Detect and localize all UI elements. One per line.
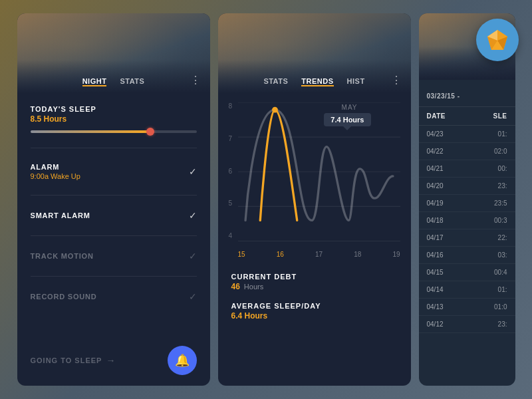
alarm-sub: 9:00a Wake Up: [31, 172, 80, 180]
sleep-slider[interactable]: [31, 130, 197, 133]
divider-4: [31, 276, 197, 277]
tab-hist[interactable]: HIST: [347, 77, 365, 86]
hist-val-0: 01:: [498, 130, 507, 138]
history-rows: 04/2301:04/2202:004/2100:04/2023:04/1923…: [419, 126, 515, 333]
hist-val-7: 03:: [498, 251, 507, 259]
history-row-3: 04/2023:: [419, 178, 515, 195]
track-motion-label: TRACK MOTION: [31, 252, 94, 260]
sleep-slider-fill: [31, 130, 150, 133]
hist-date-4: 04/19: [427, 200, 444, 207]
history-row-11: 04/1223:: [419, 316, 515, 333]
record-sound-left: RECORD SOUND: [31, 293, 97, 301]
hist-val-10: 01:0: [494, 303, 507, 311]
history-date-header: 03/23/15 -: [419, 80, 515, 107]
col-date-header: DATE: [427, 112, 446, 120]
x-axis: 15 16 17 18 19: [238, 251, 400, 258]
divider-1: [31, 148, 197, 148]
todays-sleep-value: 8.5 Hours: [31, 114, 197, 124]
current-debt-number: 46: [231, 282, 240, 291]
hist-val-6: 22:: [498, 234, 507, 241]
history-row-4: 04/1923:5: [419, 195, 515, 212]
hist-val-11: 23:: [498, 321, 507, 328]
footer-text-area: GOING TO SLEEP →: [31, 355, 116, 366]
bell-icon: 🔔: [175, 353, 190, 368]
hist-val-1: 02:0: [494, 148, 507, 155]
alarm-left: ALARM 9:00a Wake Up: [31, 163, 80, 180]
trend-stats-area: CURRENT DEBT 46 Hours AVERAGE SLEEP/DAY …: [218, 266, 411, 338]
hist-val-5: 00:3: [494, 217, 507, 224]
sketch-icon-bg[interactable]: [476, 19, 519, 61]
average-sleep-label: AVERAGE SLEEP/DAY: [231, 302, 398, 310]
sleep-panel: NIGHT STATS ⋮ TODAY'S SLEEP 8.5 Hours AL…: [17, 13, 210, 386]
trends-chart-area: MAY 7.4 Hours 8 7 6 5 4: [218, 93, 411, 266]
panel2-more-menu[interactable]: ⋮: [391, 74, 402, 86]
svg-point-5: [272, 107, 278, 113]
track-motion-check[interactable]: ✓: [189, 251, 197, 261]
current-debt-block: CURRENT DEBT 46 Hours: [231, 273, 398, 291]
record-sound-row: RECORD SOUND ✓: [31, 283, 197, 310]
sleep-slider-thumb[interactable]: [146, 128, 154, 136]
history-row-9: 04/1401:: [419, 281, 515, 299]
footer-arrow-icon: →: [106, 355, 115, 366]
hist-date-0: 04/23: [427, 130, 444, 138]
sketch-icon-wrapper: [476, 19, 519, 61]
panel2-nav-tabs: STATS TRENDS HIST: [218, 77, 411, 86]
history-row-6: 04/1722:: [419, 229, 515, 247]
history-column-headers: DATE SLE: [419, 107, 515, 126]
hist-date-11: 04/12: [427, 321, 444, 328]
panel1-more-menu[interactable]: ⋮: [190, 74, 201, 86]
hist-val-9: 01:: [498, 286, 507, 293]
history-row-7: 04/1603:: [419, 247, 515, 264]
tab-stats[interactable]: STATS: [120, 77, 144, 86]
history-date-range: 03/23/15 -: [427, 92, 460, 100]
trends-header-image: STATS TRENDS HIST ⋮: [218, 13, 411, 93]
record-sound-check[interactable]: ✓: [189, 291, 197, 302]
trends-panel: STATS TRENDS HIST ⋮ MAY 7.4 Hours 8 7 6 …: [218, 13, 411, 386]
history-row-10: 04/1301:0: [419, 299, 515, 316]
hist-date-10: 04/13: [427, 303, 444, 311]
y-label-7: 7: [229, 135, 233, 142]
smart-alarm-check[interactable]: ✓: [189, 210, 197, 221]
history-row-1: 04/2202:0: [419, 143, 515, 160]
hist-date-9: 04/14: [427, 286, 444, 293]
current-debt-label: CURRENT DEBT: [231, 273, 398, 281]
smart-alarm-left: SMART ALARM: [31, 211, 90, 219]
hist-date-5: 04/18: [427, 217, 444, 224]
y-axis: 8 7 6 5 4: [229, 102, 233, 239]
track-motion-row: TRACK MOTION ✓: [31, 243, 197, 269]
smart-alarm-label: SMART ALARM: [31, 211, 90, 219]
hist-date-8: 04/15: [427, 269, 444, 276]
alarm-check[interactable]: ✓: [189, 166, 197, 177]
history-row-8: 04/1500:4: [419, 264, 515, 281]
todays-sleep-section: TODAY'S SLEEP 8.5 Hours: [31, 105, 197, 133]
current-debt-value-row: 46 Hours: [231, 281, 398, 291]
hist-date-3: 04/20: [427, 182, 444, 190]
alarm-row: ALARM 9:00a Wake Up ✓: [31, 155, 197, 188]
history-row-2: 04/2100:: [419, 160, 515, 178]
y-label-8: 8: [229, 102, 233, 110]
tab-trends[interactable]: TRENDS: [301, 77, 333, 86]
hist-val-2: 00:: [498, 165, 507, 172]
col-sleep-header: SLE: [493, 112, 507, 120]
hist-date-1: 04/22: [427, 148, 444, 155]
tab-stats-2[interactable]: STATS: [263, 77, 288, 86]
x-label-19: 19: [392, 251, 400, 258]
hist-date-7: 04/16: [427, 251, 444, 259]
hist-val-3: 23:: [498, 182, 507, 190]
average-sleep-number: 6.4 Hours: [231, 311, 268, 321]
divider-2: [31, 195, 197, 196]
tab-night[interactable]: NIGHT: [82, 77, 107, 86]
track-motion-left: TRACK MOTION: [31, 252, 94, 260]
x-label-16: 16: [277, 251, 284, 258]
smart-alarm-row: SMART ALARM ✓: [31, 202, 197, 229]
trends-chart-svg: [238, 102, 400, 243]
history-panel: 03/23/15 - DATE SLE 04/2301:04/2202:004/…: [419, 13, 515, 386]
panel1-nav-tabs: NIGHT STATS: [17, 77, 210, 86]
bell-button[interactable]: 🔔: [168, 346, 197, 375]
history-row-0: 04/2301:: [419, 126, 515, 143]
panel1-footer: GOING TO SLEEP → 🔔: [17, 335, 210, 386]
hist-date-2: 04/21: [427, 165, 444, 172]
y-label-6: 6: [229, 168, 233, 175]
history-row-5: 04/1800:3: [419, 212, 515, 229]
y-label-4: 4: [229, 232, 233, 239]
